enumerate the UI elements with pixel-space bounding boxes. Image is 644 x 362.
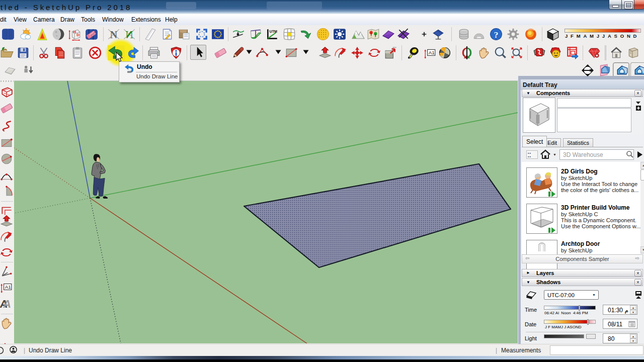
- svg-text:?: ?: [494, 30, 499, 40]
- svg-text:H: H: [73, 30, 76, 34]
- svg-text:N: N: [126, 29, 133, 40]
- svg-text:A: A: [3, 298, 12, 310]
- svg-text:A1: A1: [5, 284, 11, 290]
- svg-text:D: D: [76, 33, 79, 37]
- svg-text:N: N: [110, 29, 117, 40]
- svg-text:A1: A1: [429, 50, 435, 55]
- svg-text:UTM: UTM: [270, 30, 277, 33]
